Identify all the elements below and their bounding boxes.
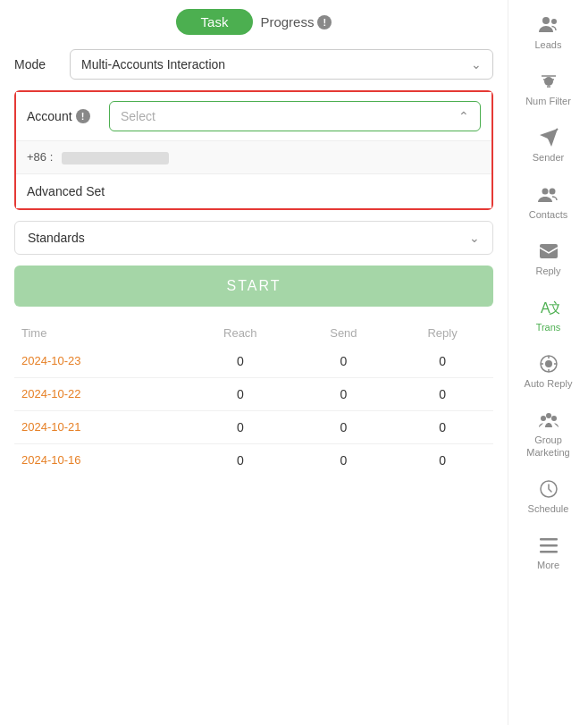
- account-info-icon: !: [76, 109, 90, 123]
- cell-reply: 0: [391, 410, 493, 443]
- sidebar-item-leads[interactable]: Leads: [508, 4, 588, 60]
- more-icon: [536, 533, 561, 558]
- phone-prefix: +86 :: [27, 150, 53, 164]
- main-content: Task Progress ! Mode Multi-Accounts Inte…: [0, 0, 508, 725]
- account-select[interactable]: Select ⌃: [109, 101, 481, 131]
- cell-reach: 0: [185, 377, 296, 410]
- standards-select[interactable]: Standards ⌄: [14, 221, 493, 255]
- advanced-label: Advanced Set: [27, 184, 105, 198]
- svg-point-2: [544, 77, 553, 86]
- sidebar-label-reply: Reply: [535, 266, 560, 277]
- svg-rect-5: [540, 244, 558, 258]
- table-header-row: Time Reach Send Reply: [14, 321, 493, 345]
- account-row: Account ! Select ⌃: [16, 92, 491, 140]
- standards-chevron-icon: ⌄: [469, 231, 480, 245]
- account-section: Account ! Select ⌃ +86 : Advanced Set: [14, 90, 493, 210]
- num-filter-icon: [536, 69, 561, 94]
- cell-time: 2024-10-16: [14, 443, 185, 476]
- svg-rect-14: [540, 538, 558, 541]
- svg-point-1: [551, 19, 557, 24]
- sidebar-label-auto-reply: Auto Reply: [525, 378, 573, 390]
- cell-reach: 0: [185, 443, 296, 476]
- sidebar-label-leads: Leads: [535, 39, 562, 51]
- account-placeholder: Select: [121, 109, 155, 123]
- cell-send: 0: [296, 345, 391, 378]
- advanced-settings-row[interactable]: Advanced Set: [16, 173, 491, 208]
- sidebar-label-schedule: Schedule: [528, 503, 569, 515]
- cell-time: 2024-10-21: [14, 410, 185, 443]
- cell-send: 0: [296, 443, 391, 476]
- table-row: 2024-10-22 0 0 0: [14, 377, 493, 410]
- svg-point-3: [542, 188, 548, 194]
- stats-table: Time Reach Send Reply 2024-10-23 0 0 0 2…: [14, 321, 493, 476]
- sidebar: LeadsNum FilterSenderContactsReplyA文Tran…: [508, 0, 588, 725]
- col-reach: Reach: [185, 321, 296, 345]
- account-label: Account !: [27, 109, 98, 123]
- standards-label: Standards: [28, 231, 85, 245]
- progress-info-icon: !: [317, 15, 332, 30]
- sidebar-item-auto-reply[interactable]: Auto Reply: [508, 342, 588, 399]
- cell-reply: 0: [391, 443, 493, 476]
- schedule-icon: [536, 476, 561, 502]
- cell-send: 0: [296, 410, 391, 443]
- sidebar-item-group-marketing[interactable]: Group Marketing: [508, 399, 588, 467]
- svg-point-12: [551, 416, 557, 421]
- table-row: 2024-10-21 0 0 0: [14, 410, 493, 443]
- sidebar-item-contacts[interactable]: Contacts: [508, 173, 588, 230]
- auto-reply-icon: [536, 351, 561, 376]
- sidebar-item-num-filter[interactable]: Num Filter: [508, 60, 588, 116]
- group-marketing-icon: [536, 408, 561, 433]
- phone-number-blurred: [62, 152, 169, 164]
- trans-icon: A文: [536, 295, 561, 320]
- table-row: 2024-10-23 0 0 0: [14, 345, 493, 378]
- contacts-icon: [536, 182, 561, 207]
- tab-progress[interactable]: Progress !: [260, 14, 332, 30]
- account-chevron-icon: ⌃: [458, 109, 469, 123]
- cell-reply: 0: [391, 345, 493, 378]
- table-row: 2024-10-16 0 0 0: [14, 443, 493, 476]
- tabs-container: Task Progress !: [14, 9, 493, 35]
- svg-point-0: [542, 17, 550, 24]
- col-reply: Reply: [391, 321, 493, 345]
- cell-time: 2024-10-23: [14, 345, 185, 378]
- sidebar-item-sender[interactable]: Sender: [508, 116, 588, 173]
- cell-reach: 0: [185, 345, 296, 378]
- mode-value: Multi-Accounts Interaction: [81, 57, 225, 72]
- cell-send: 0: [296, 377, 391, 410]
- cell-reach: 0: [185, 410, 296, 443]
- sender-icon: [536, 125, 561, 150]
- mode-row: Mode Multi-Accounts Interaction ⌄: [14, 49, 493, 80]
- col-time: Time: [14, 321, 185, 345]
- sidebar-item-trans[interactable]: A文Trans: [508, 286, 588, 342]
- cell-time: 2024-10-22: [14, 377, 185, 410]
- tab-task[interactable]: Task: [176, 9, 254, 35]
- sidebar-label-sender: Sender: [533, 152, 564, 164]
- start-button[interactable]: START: [14, 266, 493, 307]
- col-send: Send: [296, 321, 391, 345]
- svg-rect-16: [540, 551, 558, 553]
- sidebar-item-more[interactable]: More: [508, 524, 588, 580]
- sidebar-label-contacts: Contacts: [529, 209, 567, 221]
- mode-label: Mode: [14, 57, 59, 72]
- sidebar-label-more: More: [537, 560, 559, 571]
- account-dropdown-item[interactable]: +86 :: [16, 140, 491, 173]
- sidebar-label-trans: Trans: [536, 322, 561, 333]
- sidebar-label-num-filter: Num Filter: [525, 96, 571, 107]
- sidebar-item-reply[interactable]: Reply: [508, 230, 588, 286]
- mode-select[interactable]: Multi-Accounts Interaction ⌄: [70, 49, 493, 80]
- leads-icon: [536, 13, 561, 38]
- svg-rect-15: [540, 544, 558, 547]
- mode-chevron-icon: ⌄: [471, 57, 482, 72]
- sidebar-label-group-marketing: Group Marketing: [512, 434, 584, 458]
- svg-point-10: [541, 416, 546, 421]
- sidebar-item-schedule[interactable]: Schedule: [508, 468, 588, 524]
- svg-point-11: [546, 413, 551, 418]
- svg-point-4: [549, 188, 555, 194]
- cell-reply: 0: [391, 377, 493, 410]
- svg-text:文: 文: [549, 300, 559, 316]
- svg-point-9: [545, 360, 552, 367]
- reply-icon: [536, 239, 561, 264]
